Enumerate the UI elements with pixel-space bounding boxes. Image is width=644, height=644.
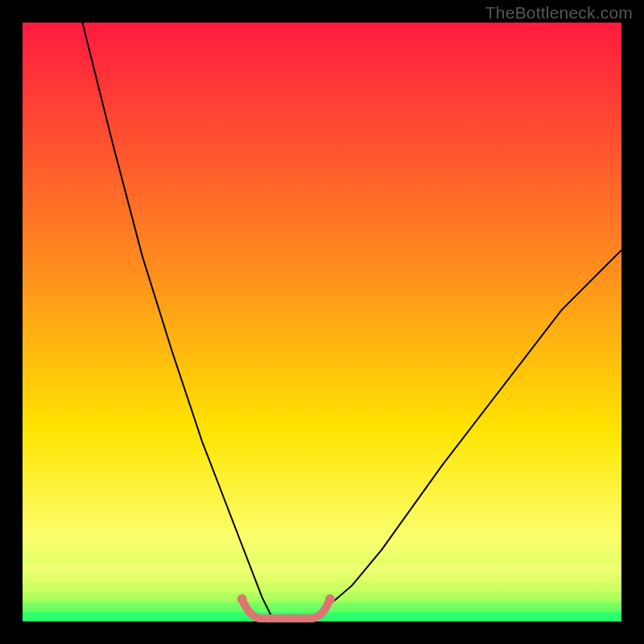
chart-frame: { "watermark": "TheBottleneck.com", "col…: [0, 0, 644, 644]
bottleneck-chart: [0, 0, 644, 644]
svg-rect-3: [23, 592, 621, 602]
gradient-background: [23, 23, 621, 621]
basin-dot-right: [325, 594, 335, 604]
svg-rect-0: [23, 564, 621, 573]
basin-dot-left: [237, 594, 247, 604]
watermark-text: TheBottleneck.com: [485, 3, 633, 23]
svg-rect-2: [23, 583, 621, 592]
svg-rect-1: [23, 573, 621, 583]
